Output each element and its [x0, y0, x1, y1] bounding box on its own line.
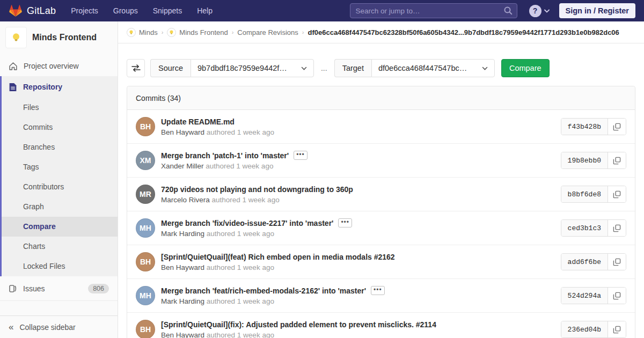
collapse-sidebar-button[interactable]: « Collapse sidebar: [0, 315, 118, 338]
copy-sha-button[interactable]: [608, 186, 626, 202]
issues-icon: [9, 284, 17, 293]
commit-author-link[interactable]: Ben Hayward: [161, 263, 204, 271]
copy-sha-button[interactable]: [608, 288, 626, 304]
commit-sha-link[interactable]: 236ed04b: [561, 321, 608, 337]
commit-author-link[interactable]: Mark Harding: [161, 297, 204, 305]
breadcrumb-item-minds-frontend[interactable]: Minds Frontend: [167, 28, 228, 37]
toggle-commit-description-button[interactable]: •••: [338, 218, 352, 227]
copy-sha-button[interactable]: [608, 254, 626, 270]
commit-title-link[interactable]: Merge branch 'feat/rich-embed-modals-216…: [161, 286, 366, 295]
author-avatar[interactable]: BH: [136, 117, 155, 136]
toggle-commit-description-button[interactable]: •••: [371, 286, 385, 295]
project-context-header[interactable]: Minds Frontend: [0, 21, 118, 56]
project-avatar: [167, 28, 176, 37]
copy-sha-button[interactable]: [608, 119, 626, 135]
sidebar-item-issues[interactable]: Issues 806: [0, 276, 118, 301]
author-avatar[interactable]: XM: [136, 151, 155, 170]
copy-sha-button[interactable]: [608, 321, 626, 337]
sidebar-item-locked-files[interactable]: Locked Files: [0, 256, 118, 276]
sidebar-item-project-overview[interactable]: Project overview: [0, 56, 118, 76]
commit-author-link[interactable]: Ben Hayward: [161, 331, 204, 338]
commit-sha-group: ced3b1c3: [561, 219, 626, 237]
commit-title-link[interactable]: [Sprint/QuietQuail](fix): Adjusted padde…: [161, 320, 436, 329]
sidebar-item-files[interactable]: Files: [0, 98, 118, 117]
commit-sha-group: f43b428b: [561, 118, 626, 135]
sidebar-item-graph[interactable]: Graph: [0, 197, 118, 217]
author-avatar[interactable]: MH: [136, 286, 155, 305]
commit-info: [Sprint/QuietQuail](fix): Adjusted padde…: [161, 320, 554, 338]
author-avatar[interactable]: BH: [136, 320, 155, 338]
commit-title-link[interactable]: Merge branch 'patch-1' into 'master': [161, 151, 289, 160]
commit-title-link[interactable]: Update README.md: [161, 117, 235, 126]
commit-sha-link[interactable]: add6f6be: [561, 254, 608, 270]
copy-sha-button[interactable]: [608, 220, 626, 236]
commit-sha-link[interactable]: b8bf6de8: [561, 186, 608, 202]
nav-link-help[interactable]: Help: [197, 6, 213, 15]
commit-title-link[interactable]: [Sprint/QuietQuail](feat) Rich embed ope…: [161, 253, 395, 261]
commit-authored-time: authored 1 week ago: [207, 331, 274, 338]
breadcrumb-item-minds[interactable]: Minds: [127, 28, 158, 37]
repository-subnav: FilesCommitsBranchesTagsContributorsGrap…: [0, 98, 118, 276]
commit-author-link[interactable]: Xander Miller: [161, 162, 204, 170]
search-input[interactable]: [350, 3, 517, 18]
commit-author-link[interactable]: Marcelo Rivera: [161, 196, 210, 204]
commit-title-link[interactable]: 720p videos not playing and not downgrad…: [161, 185, 353, 194]
commit-sha-link[interactable]: 19b8ebb0: [561, 152, 608, 168]
project-title: Minds Frontend: [32, 33, 97, 42]
compare-button[interactable]: Compare: [501, 59, 550, 77]
author-avatar[interactable]: BH: [136, 252, 155, 271]
breadcrumb-item-compare-revisions[interactable]: Compare Revisions: [237, 28, 298, 36]
breadcrumb-separator: ›: [232, 29, 234, 35]
commit-row: XM Merge branch 'patch-1' into 'master' …: [127, 144, 635, 178]
swap-revisions-button[interactable]: [127, 59, 145, 77]
sidebar-item-contributors[interactable]: Contributors: [0, 177, 118, 197]
commit-sha-link[interactable]: ced3b1c3: [561, 220, 608, 236]
author-avatar[interactable]: MH: [136, 218, 155, 238]
commit-author-link[interactable]: Ben Hayward: [161, 128, 204, 136]
commit-sha-link[interactable]: f43b428b: [561, 119, 608, 135]
commit-sha-group: 236ed04b: [561, 321, 626, 338]
sidebar-item-branches[interactable]: Branches: [0, 137, 118, 157]
nav-link-projects[interactable]: Projects: [71, 6, 98, 15]
toggle-commit-description-button[interactable]: •••: [294, 151, 308, 160]
copy-icon: [613, 326, 621, 334]
source-label: Source: [150, 59, 191, 77]
collapse-chevrons-icon: «: [9, 322, 13, 332]
target-revision-dropdown[interactable]: df0e6cca468f447547bc…: [371, 59, 495, 77]
author-avatar[interactable]: MR: [136, 185, 155, 204]
sidebar-item-tags[interactable]: Tags: [0, 157, 118, 177]
commit-authored-time: authored 1 week ago: [206, 162, 273, 170]
issues-count-badge: 806: [88, 284, 109, 293]
nav-link-snippets[interactable]: Snippets: [153, 6, 182, 15]
commit-info: Update README.md Ben Hayward authored 1 …: [161, 117, 554, 136]
commit-sha-link[interactable]: 524d294a: [561, 288, 608, 304]
commit-author-link[interactable]: Mark Harding: [161, 230, 204, 238]
nav-link-groups[interactable]: Groups: [113, 6, 138, 15]
commit-info: 720p videos not playing and not downgrad…: [161, 185, 554, 204]
commit-meta: Marcelo Rivera authored 1 week ago: [161, 196, 554, 204]
target-label: Target: [334, 59, 371, 77]
breadcrumb-separator: ›: [302, 29, 304, 35]
main-nav-links: ProjectsGroupsSnippetsHelp: [71, 6, 228, 15]
project-avatar: [5, 27, 27, 48]
sidebar-item-commits[interactable]: Commits: [0, 117, 118, 137]
commit-authored-time: authored 1 week ago: [207, 128, 274, 136]
commit-meta: Ben Hayward authored 1 week ago: [161, 128, 554, 136]
commit-title-link[interactable]: Merge branch 'fix/video-issue-2217' into…: [161, 219, 333, 227]
copy-icon: [613, 224, 621, 232]
sign-in-register-button[interactable]: Sign in / Register: [559, 3, 635, 18]
copy-sha-button[interactable]: [608, 152, 626, 168]
commit-authored-time: authored 1 week ago: [207, 297, 274, 305]
group-avatar: [127, 28, 136, 37]
gitlab-home-link[interactable]: GitLab: [9, 4, 56, 18]
gitlab-tanuki-logo-icon: [9, 4, 23, 18]
collapse-sidebar-label: Collapse sidebar: [19, 323, 75, 332]
sidebar-item-compare[interactable]: Compare: [0, 217, 118, 237]
sidebar-item-charts[interactable]: Charts: [0, 237, 118, 256]
project-sidebar: Minds Frontend Project overview Reposito…: [0, 21, 118, 338]
source-revision-dropdown[interactable]: 9b7dbdf18c7959e9442f…: [191, 59, 314, 77]
help-dropdown[interactable]: ?: [529, 5, 550, 17]
sidebar-item-repository[interactable]: Repository: [0, 76, 118, 98]
repository-section: Repository FilesCommitsBranchesTagsContr…: [0, 76, 118, 276]
search-icon: [503, 6, 513, 16]
